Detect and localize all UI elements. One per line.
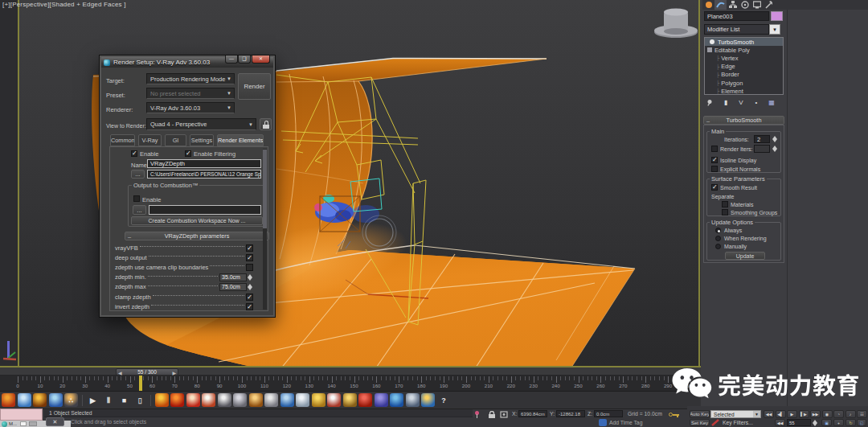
renderer-combo[interactable]: V-Ray Adv 3.60.03▼ <box>146 102 235 113</box>
smoothing-groups-checkbox[interactable] <box>722 209 728 216</box>
beer-mug-icon[interactable] <box>312 393 326 407</box>
view-to-render-combo[interactable]: Quad 4 - Perspective▼ <box>146 118 256 130</box>
stack-item-editable-poly[interactable]: Editable Poly <box>705 46 783 54</box>
dialog-tab-v-ray[interactable]: V-Ray <box>138 134 162 146</box>
close-notification-button[interactable]: ✕ <box>46 417 64 426</box>
play-animation-button[interactable]: ▶ <box>787 410 797 418</box>
browse-path-button[interactable]: ... <box>131 170 145 179</box>
burst-red-icon[interactable] <box>186 393 200 407</box>
zoom-region-icon[interactable]: ▣ <box>821 419 832 426</box>
panel-tab-create-icon[interactable] <box>702 0 714 10</box>
sand-icon[interactable] <box>343 393 357 407</box>
stack-item-turbosmooth[interactable]: TurboSmooth <box>705 38 783 46</box>
next-frame-arrow[interactable]: ▶ <box>172 370 176 376</box>
smoke-scribble-icon[interactable] <box>218 393 231 407</box>
explicit-normals-checkbox[interactable] <box>711 166 718 172</box>
refresh-blue-icon[interactable] <box>390 393 403 407</box>
zdepth-rollout-header[interactable]: – VRayZDepth parameters <box>125 232 269 240</box>
box-purple-icon[interactable] <box>375 393 388 407</box>
scrollbar-thumb[interactable] <box>263 150 267 228</box>
go-to-end-button[interactable]: ▶▶ <box>810 410 821 418</box>
stack-item-element[interactable]: ├Element <box>705 87 783 95</box>
key-filters-button[interactable]: Key Filters... <box>723 420 753 425</box>
iterations-field[interactable]: 2 <box>754 135 770 143</box>
panel-tab-display-icon[interactable] <box>751 0 763 10</box>
smoke-puff-icon[interactable] <box>264 393 278 407</box>
object-name-field[interactable]: Plane003 <box>704 11 769 21</box>
clamp-zdepth-checkbox[interactable] <box>246 294 253 301</box>
combustion-browse-button[interactable]: ... <box>133 205 146 215</box>
dialog-scrollbar[interactable] <box>263 149 267 310</box>
panel-tab-hierarchy-icon[interactable] <box>727 0 739 10</box>
help-icon[interactable]: ? <box>437 393 451 407</box>
adjacent-viewport-strip[interactable] <box>0 0 18 367</box>
orbit-icon[interactable]: ↻ <box>845 419 856 426</box>
pause-icon[interactable]: Ⅱ <box>102 393 116 407</box>
panel-tab-motion-icon[interactable] <box>739 0 751 10</box>
auto-key-button[interactable]: Auto Key <box>690 410 710 418</box>
iterations-spinner[interactable] <box>772 135 778 143</box>
always-radio[interactable] <box>715 228 721 233</box>
frame-spinner[interactable] <box>813 419 818 426</box>
go-to-start-button[interactable]: ◀◀ <box>764 410 774 418</box>
dialog-tab-settings[interactable]: Settings <box>190 134 214 146</box>
maximize-viewport-icon[interactable]: ◱ <box>857 419 866 426</box>
water-grid-icon[interactable] <box>18 393 31 407</box>
selection-set-dropdown[interactable]: Selected ▼ <box>710 410 761 418</box>
fire-dome-icon[interactable] <box>33 393 47 407</box>
configure-modifier-sets-button[interactable]: ▦ <box>765 98 778 108</box>
delete-icon[interactable]: ▯ <box>133 393 147 407</box>
stack-item-vertex[interactable]: ├Vertex <box>705 54 783 62</box>
pan-icon[interactable]: + <box>833 419 844 426</box>
maxscript-mini-listener[interactable] <box>0 409 43 421</box>
dialog-tab-gi[interactable]: GI <box>165 134 186 146</box>
create-combustion-workspace-button[interactable]: Create Combustion Workspace Now ... <box>131 216 263 225</box>
enable-checkbox[interactable] <box>131 150 137 157</box>
modifier-enabled-bulb-icon[interactable] <box>710 39 714 44</box>
burst-white-icon[interactable] <box>202 393 215 407</box>
zdepth-max-field[interactable]: 75.0cm <box>219 283 247 291</box>
lock-view-button[interactable] <box>260 118 272 130</box>
object-color-swatch[interactable] <box>771 11 783 21</box>
zdepth-min--field[interactable]: 35.0cm <box>219 273 247 281</box>
more-button[interactable]: ☷ <box>857 410 867 418</box>
when-rendering-radio[interactable] <box>715 236 721 241</box>
absolute-mode-icon[interactable] <box>500 411 508 418</box>
modifier-list-arrow[interactable]: ▼ <box>769 24 780 35</box>
water-drop-icon[interactable] <box>49 393 63 407</box>
previous-frame-button[interactable]: ◀▍ <box>776 410 786 418</box>
ship-icon[interactable] <box>406 393 420 407</box>
campfire-icon[interactable] <box>155 393 169 407</box>
make-unique-button[interactable]: V <box>735 98 747 108</box>
stack-item-border[interactable]: ├Border <box>705 71 783 79</box>
stack-item-polygon[interactable]: ├Polygon <box>705 79 783 87</box>
dialog-tab-common[interactable]: Common <box>110 134 135 146</box>
sphere-red-icon[interactable] <box>358 393 372 407</box>
mute-button[interactable]: ♪ <box>845 410 856 418</box>
pin-stack-button[interactable] <box>704 98 717 108</box>
enable-filtering-checkbox[interactable] <box>185 150 191 157</box>
invert-zdepth-checkbox[interactable] <box>246 303 253 310</box>
zdepth-use-camera-clip-boundaries-checkbox[interactable] <box>246 264 253 271</box>
stack-item-edge[interactable]: ├Edge <box>705 63 783 71</box>
track-bar[interactable]: 0102030405060708090100110120130140150160… <box>0 376 701 392</box>
materials-checkbox[interactable] <box>722 201 728 207</box>
modifier-list-dropdown[interactable]: Modifier List <box>704 24 769 35</box>
go-to-start-button2[interactable]: ◀◀ <box>775 419 785 426</box>
isoline-display-checkbox[interactable] <box>711 157 718 163</box>
element-name-field[interactable]: VRayZDepth <box>147 159 261 168</box>
deep-output-checkbox[interactable] <box>246 254 253 261</box>
smooth-result-checkbox[interactable] <box>711 184 718 191</box>
render-button[interactable]: Render <box>238 73 271 100</box>
dialog-tab-render-elements[interactable]: Render Elements <box>217 134 264 146</box>
selection-lock-icon[interactable] <box>488 411 496 418</box>
preset-combo[interactable]: No preset selected▼ <box>146 88 235 99</box>
current-frame-field[interactable]: 55 <box>787 419 811 426</box>
document-icon[interactable] <box>20 421 27 426</box>
manually-radio[interactable] <box>715 244 721 249</box>
set-keys-icon[interactable] <box>711 419 720 426</box>
spinner[interactable] <box>248 283 253 291</box>
turbosmooth-rollout-header[interactable]: – TurboSmooth <box>703 116 784 125</box>
viewport-label[interactable]: [+][Perspective][Shaded + Edged Faces ] <box>2 1 126 8</box>
key-mode-toggle-button[interactable]: ◉ <box>822 410 833 418</box>
